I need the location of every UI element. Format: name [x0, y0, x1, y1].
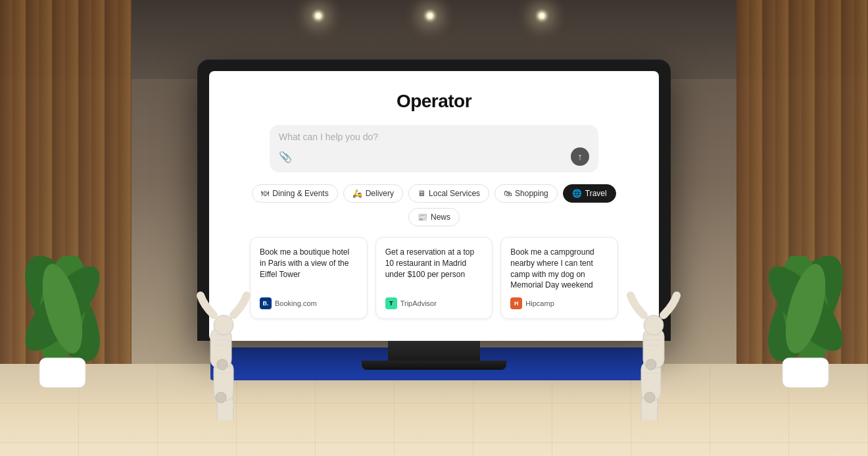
card-text-card1: Book me a boutique hotel in Paris with a… [260, 247, 358, 291]
search-bottom-row: 📎 [279, 147, 589, 166]
card-text-card2: Get a reservation at a top 10 restaurant… [385, 247, 483, 291]
pill-news[interactable]: 📰News [408, 208, 460, 226]
pill-shopping[interactable]: 🛍Shopping [494, 184, 558, 203]
pill-icon-dining: 🍽 [261, 189, 269, 198]
card-logo-card3: H [510, 297, 522, 309]
card-footer-card3: H Hipcamp [510, 297, 608, 309]
ceiling-light-1 [316, 13, 321, 18]
card-brand-card3: Hipcamp [525, 299, 554, 307]
card-text-card3: Book me a campground nearby where I can … [510, 247, 608, 291]
pill-label-delivery: Delivery [366, 189, 394, 198]
pill-icon-news: 📰 [418, 213, 427, 222]
pill-icon-local: 🖥 [418, 189, 425, 198]
suggestion-card-card2[interactable]: Get a reservation at a top 10 restaurant… [375, 237, 493, 319]
svg-point-24 [644, 315, 663, 335]
ceiling-light-2 [427, 13, 433, 18]
category-pills: 🍽Dining & Events🛵Delivery🖥Local Services… [235, 184, 633, 226]
robot-arm-right [612, 276, 690, 423]
monitor: Operator What can I help you do? 📎 🍽Dini… [197, 59, 671, 370]
attach-icon[interactable]: 📎 [279, 151, 292, 163]
pill-icon-shopping: 🛍 [504, 189, 512, 198]
pill-delivery[interactable]: 🛵Delivery [343, 184, 403, 203]
pill-label-local: Local Services [429, 189, 480, 198]
pill-label-shopping: Shopping [515, 189, 548, 198]
screen-content: Operator What can I help you do? 📎 🍽Dini… [209, 71, 659, 332]
card-footer-card2: T TripAdvisor [385, 297, 483, 309]
card-brand-card2: TripAdvisor [400, 299, 437, 307]
svg-rect-9 [783, 358, 829, 388]
send-button[interactable] [571, 147, 589, 166]
suggestion-card-card1[interactable]: Book me a boutique hotel in Paris with a… [250, 237, 368, 319]
pill-label-news: News [431, 213, 450, 222]
monitor-base [362, 361, 506, 370]
robot-arm-left [184, 276, 263, 423]
svg-point-25 [646, 359, 656, 370]
search-box: What can I help you do? 📎 [270, 125, 598, 172]
svg-point-15 [216, 392, 226, 403]
svg-point-26 [644, 392, 655, 403]
svg-rect-4 [39, 358, 85, 388]
pill-label-travel: Travel [585, 189, 607, 198]
plant-left [20, 256, 105, 390]
plant-right [763, 256, 848, 390]
pill-label-dining: Dining & Events [272, 189, 328, 198]
pill-icon-travel: 🌐 [572, 189, 582, 198]
svg-point-14 [217, 359, 228, 370]
svg-point-13 [214, 315, 233, 335]
monitor-stand [388, 341, 480, 361]
page-title: Operator [397, 91, 471, 112]
suggestion-cards: Book me a boutique hotel in Paris with a… [250, 237, 618, 319]
suggestion-card-card3[interactable]: Book me a campground nearby where I can … [500, 237, 618, 319]
search-input-row: What can I help you do? [279, 132, 589, 142]
monitor-frame: Operator What can I help you do? 📎 🍽Dini… [197, 59, 671, 341]
pill-travel[interactable]: 🌐Travel [563, 184, 616, 203]
card-logo-card2: T [385, 297, 397, 309]
ceiling-light-3 [539, 13, 544, 18]
monitor-screen: Operator What can I help you do? 📎 🍽Dini… [209, 71, 659, 341]
card-footer-card1: B. Booking.com [260, 297, 358, 309]
pill-local[interactable]: 🖥Local Services [408, 184, 489, 203]
search-placeholder[interactable]: What can I help you do? [279, 132, 378, 142]
pill-dining[interactable]: 🍽Dining & Events [252, 184, 337, 203]
card-brand-card1: Booking.com [275, 299, 317, 307]
pill-icon-delivery: 🛵 [352, 189, 362, 198]
